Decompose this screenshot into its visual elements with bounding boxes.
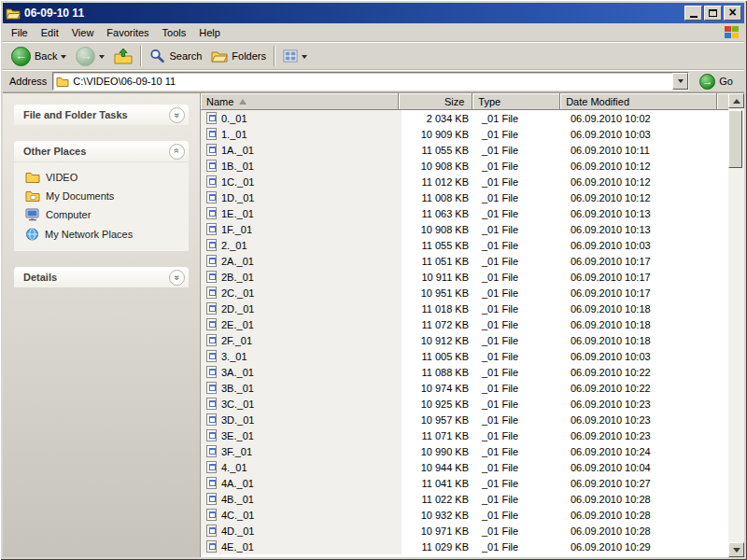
table-row[interactable]: 3F._0110 990 KB_01 File06.09.2010 10:24 [201,443,728,459]
file-name-cell[interactable]: 4D._01 [201,523,402,539]
up-button[interactable] [109,44,137,69]
file-name-cell[interactable]: 1F._01 [201,221,402,237]
file-name-cell[interactable]: 2B._01 [201,269,402,285]
views-dropdown-icon[interactable] [302,55,307,62]
table-row[interactable]: 2C._0110 951 KB_01 File06.09.2010 10:17 [201,285,728,301]
address-dropdown-button[interactable] [672,73,688,90]
table-row[interactable]: 4E._0111 029 KB_01 File06.09.2010 10:29 [201,539,728,554]
sidebar-item-video[interactable]: VIDEO [25,171,185,183]
go-button[interactable]: Go [695,74,740,90]
table-row[interactable]: 2A._0111 051 KB_01 File06.09.2010 10:17 [201,253,728,269]
table-row[interactable]: 2._0111 055 KB_01 File06.09.2010 10:03 [201,237,728,253]
table-row[interactable]: 1F._0110 908 KB_01 File06.09.2010 10:13 [201,221,728,237]
scrollbar-thumb[interactable] [728,110,742,168]
vertical-scrollbar[interactable] [728,93,744,557]
table-row[interactable]: 1E._0111 063 KB_01 File06.09.2010 10:13 [201,205,728,221]
sidebar-item-my-network-places[interactable]: My Network Places [25,228,185,241]
menu-file[interactable]: File [5,25,35,40]
file-name-cell[interactable]: 4B._01 [201,491,402,507]
file-name-cell[interactable]: 1A._01 [201,142,402,158]
scrollbar-track[interactable] [728,108,744,542]
file-name-cell[interactable]: 4C._01 [201,507,402,523]
file-name-cell[interactable]: 3F._01 [201,443,402,459]
table-row[interactable]: 1B._0110 908 KB_01 File06.09.2010 10:12 [201,158,728,174]
file-name-cell[interactable]: 1._01 [201,126,402,142]
column-header-type[interactable]: Type [472,93,560,110]
file-name-cell[interactable]: 3E._01 [201,427,402,443]
table-row[interactable]: 3._0111 005 KB_01 File06.09.2010 10:03 [201,348,728,364]
file-name-label: 1._01 [221,129,247,140]
menu-edit[interactable]: Edit [35,25,65,40]
maximize-button[interactable] [704,6,722,21]
table-row[interactable]: 4._0110 944 KB_01 File06.09.2010 10:04 [201,459,728,475]
table-row[interactable]: 3E._0111 071 KB_01 File06.09.2010 10:23 [201,427,728,443]
file-name-cell[interactable]: 3._01 [201,348,402,364]
file-name-cell[interactable]: 3D._01 [201,412,402,427]
chevron-up-icon[interactable] [169,144,185,160]
chevron-down-icon[interactable] [169,107,185,123]
table-row[interactable]: 2B._0110 911 KB_01 File06.09.2010 10:17 [201,269,728,285]
file-size-cell: 11 022 KB [402,491,476,507]
file-name-cell[interactable]: 2._01 [201,237,402,253]
main-area: File and Folder Tasks Other Places VIDEO [3,92,744,557]
file-icon [206,509,217,521]
table-row[interactable]: 3C._0110 925 KB_01 File06.09.2010 10:23 [201,396,728,412]
file-name-cell[interactable]: 3B._01 [201,380,402,396]
panel-header-details[interactable]: Details [14,267,189,287]
file-name-cell[interactable]: 3C._01 [201,396,402,412]
file-name-cell[interactable]: 4._01 [201,459,402,475]
file-name-cell[interactable]: 1E._01 [201,205,402,221]
column-header-name[interactable]: Name [201,93,399,110]
table-row[interactable]: 3B._0110 974 KB_01 File06.09.2010 10:22 [201,380,728,396]
file-name-cell[interactable]: 0._01 [201,110,402,126]
close-button[interactable] [724,6,741,21]
file-name-cell[interactable]: 2D._01 [201,301,402,316]
menu-help[interactable]: Help [192,25,227,40]
menu-tools[interactable]: Tools [156,25,193,40]
table-row[interactable]: 4B._0111 022 KB_01 File06.09.2010 10:28 [201,491,728,507]
file-name-cell[interactable]: 4E._01 [201,539,402,554]
panel-header-other-places[interactable]: Other Places [14,141,189,161]
views-button[interactable] [278,44,312,69]
minimize-button[interactable] [684,6,702,21]
file-name-cell[interactable]: 2A._01 [201,253,402,269]
forward-button[interactable] [71,44,109,69]
table-row[interactable]: 2D._0111 018 KB_01 File06.09.2010 10:18 [201,301,728,316]
panel-header-file-and-folder-tasks[interactable]: File and Folder Tasks [14,105,189,125]
file-date-cell: 06.09.2010 10:03 [565,126,724,142]
table-row[interactable]: 1D._0111 008 KB_01 File06.09.2010 10:12 [201,189,728,205]
search-button[interactable]: Search [145,44,206,69]
column-header-date-modified[interactable]: Date Modified [560,93,717,110]
column-header-size[interactable]: Size [399,93,472,110]
table-row[interactable]: 4C._0110 932 KB_01 File06.09.2010 10:28 [201,507,728,523]
file-name-cell[interactable]: 2E._01 [201,316,402,332]
folders-button[interactable]: Folders [206,44,271,69]
file-name-cell[interactable]: 2C._01 [201,285,402,301]
back-dropdown-icon[interactable] [61,55,66,62]
table-row[interactable]: 4D._0110 971 KB_01 File06.09.2010 10:28 [201,523,728,539]
sidebar-item-my-documents[interactable]: My Documents [25,189,185,202]
table-row[interactable]: 2E._0111 072 KB_01 File06.09.2010 10:18 [201,316,728,332]
menu-favorites[interactable]: Favorites [100,25,155,40]
table-row[interactable]: 2F._0110 912 KB_01 File06.09.2010 10:18 [201,332,728,348]
file-name-cell[interactable]: 1B._01 [201,158,402,174]
file-name-cell[interactable]: 1D._01 [201,189,402,205]
table-row[interactable]: 1A._0111 055 KB_01 File06.09.2010 10:11 [201,142,728,158]
chevron-down-icon[interactable] [169,270,185,286]
sidebar-item-computer[interactable]: Computer [25,208,185,221]
file-name-cell[interactable]: 3A._01 [201,364,402,380]
table-row[interactable]: 3D._0110 957 KB_01 File06.09.2010 10:23 [201,412,728,427]
back-button[interactable]: Back [7,44,71,69]
table-row[interactable]: 1C._0111 012 KB_01 File06.09.2010 10:12 [201,174,728,189]
file-name-cell[interactable]: 2F._01 [201,332,402,348]
menu-view[interactable]: View [65,25,101,40]
scroll-down-button[interactable] [728,542,744,557]
scroll-up-button[interactable] [728,93,744,108]
table-row[interactable]: 0._012 034 KB_01 File06.09.2010 10:02 [201,110,728,126]
file-name-cell[interactable]: 1C._01 [201,174,402,189]
table-row[interactable]: 3A._0111 088 KB_01 File06.09.2010 10:22 [201,364,728,380]
table-row[interactable]: 4A._0111 041 KB_01 File06.09.2010 10:27 [201,475,728,491]
address-input[interactable]: C:\VIDEO\06-09-10 11 [52,72,689,91]
file-name-cell[interactable]: 4A._01 [201,475,402,491]
table-row[interactable]: 1._0110 909 KB_01 File06.09.2010 10:03 [201,126,728,142]
